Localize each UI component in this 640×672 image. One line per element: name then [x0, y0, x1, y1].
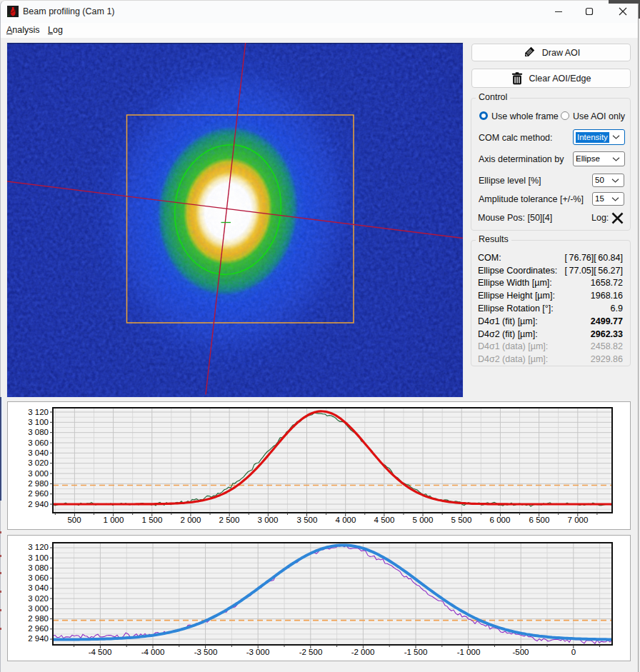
- svg-text:3 500: 3 500: [297, 516, 318, 524]
- svg-text:3 080: 3 080: [28, 563, 49, 572]
- svg-text:2 940: 2 940: [28, 634, 49, 643]
- svg-text:4 000: 4 000: [336, 516, 356, 524]
- svg-text:-2 500: -2 500: [299, 648, 323, 656]
- svg-text:4 500: 4 500: [374, 516, 395, 524]
- svg-text:3 100: 3 100: [28, 553, 49, 562]
- svg-text:2 000: 2 000: [181, 516, 201, 524]
- svg-text:-1 500: -1 500: [404, 648, 428, 656]
- svg-text:-4 000: -4 000: [141, 648, 165, 656]
- svg-text:3 020: 3 020: [28, 458, 49, 467]
- svg-text:3 080: 3 080: [28, 428, 49, 436]
- svg-text:3 060: 3 060: [28, 438, 49, 447]
- svg-text:1 000: 1 000: [104, 516, 124, 524]
- svg-text:2 980: 2 980: [28, 479, 49, 488]
- svg-text:-3 500: -3 500: [194, 648, 218, 656]
- svg-text:5 000: 5 000: [413, 516, 434, 524]
- svg-text:3 060: 3 060: [28, 573, 49, 582]
- svg-text:3 120: 3 120: [28, 543, 49, 551]
- svg-text:3 000: 3 000: [258, 516, 279, 524]
- svg-text:3 100: 3 100: [28, 418, 49, 426]
- svg-text:3 120: 3 120: [28, 408, 49, 416]
- svg-text:1 500: 1 500: [142, 516, 163, 524]
- svg-text:6 000: 6 000: [490, 516, 511, 524]
- svg-text:2 500: 2 500: [219, 516, 240, 524]
- svg-text:3 040: 3 040: [28, 583, 49, 592]
- svg-text:500: 500: [67, 516, 81, 524]
- svg-text:2 980: 2 980: [28, 614, 49, 623]
- svg-text:5 500: 5 500: [451, 516, 472, 524]
- svg-text:7 000: 7 000: [568, 516, 589, 524]
- svg-text:3 000: 3 000: [28, 604, 49, 613]
- svg-text:0: 0: [571, 648, 576, 656]
- svg-text:-3 000: -3 000: [246, 648, 270, 656]
- svg-text:-500: -500: [512, 648, 529, 656]
- svg-text:3 020: 3 020: [28, 594, 49, 603]
- svg-text:-2 000: -2 000: [351, 648, 375, 656]
- svg-text:-4 500: -4 500: [89, 648, 112, 656]
- svg-text:3 000: 3 000: [28, 469, 49, 478]
- svg-text:2 960: 2 960: [28, 624, 49, 633]
- svg-text:2 940: 2 940: [28, 500, 49, 508]
- svg-text:3 040: 3 040: [28, 448, 49, 457]
- svg-text:-1 000: -1 000: [457, 648, 481, 656]
- svg-text:2 960: 2 960: [28, 489, 49, 498]
- svg-text:6 500: 6 500: [529, 516, 550, 524]
